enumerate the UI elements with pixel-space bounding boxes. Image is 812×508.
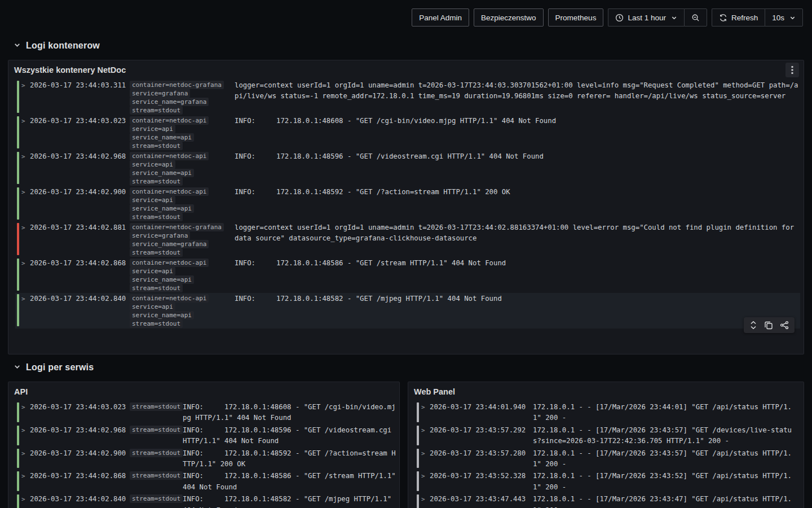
log-label-chip: service_name=api [130, 311, 194, 319]
nav-button-label: Panel Admin [419, 14, 462, 22]
chevron-down-icon [14, 362, 21, 373]
log-labels: stream=stdout [130, 471, 179, 480]
expand-chevron-icon[interactable]: > [421, 402, 427, 413]
log-label-chip: service_name=api [130, 169, 194, 177]
log-label-chip: service_name=api [130, 133, 194, 142]
share-icon[interactable] [780, 321, 789, 330]
log-message: INFO: 172.18.0.1:48596 - "GET /videostre… [183, 425, 397, 447]
log-row[interactable]: > 2026-03-17 23:44:03.023 container=netd… [15, 115, 800, 151]
nav-button-bezpieczenstwo[interactable]: Bezpieczenstwo [474, 8, 544, 27]
log-row[interactable]: > 2026-03-17 23:44:03.023 stream=stdout … [15, 401, 396, 424]
log-row[interactable]: > 2026-03-17 23:43:57.280 172.18.0.1 - -… [415, 448, 800, 471]
log-row[interactable]: > 2026-03-17 23:43:47.443 172.18.0.1 - -… [415, 493, 800, 508]
expand-chevron-icon[interactable]: > [21, 151, 28, 162]
log-label-chip: container=netdoc-api [130, 187, 209, 196]
log-row[interactable]: > 2026-03-17 23:44:02.900 container=netd… [15, 186, 800, 222]
log-timestamp: 2026-03-17 23:43:57.280 [430, 448, 526, 459]
panel-title[interactable]: Wszystkie kontenery NetDoc [14, 65, 126, 75]
log-row[interactable]: > 2026-03-17 23:44:02.968 container=netd… [15, 151, 800, 186]
log-row[interactable]: > 2026-03-17 23:44:02.900 stream=stdout … [15, 448, 396, 471]
section-title: Logi kontenerow [26, 41, 100, 51]
kebab-menu-icon[interactable] [785, 63, 799, 77]
section-logi-kontenerow[interactable]: Logi kontenerow [14, 41, 100, 51]
expand-chevron-icon[interactable]: > [421, 448, 427, 459]
log-row[interactable]: > 2026-03-17 23:44:02.868 container=netd… [15, 257, 800, 293]
log-label-chip: service=api [130, 196, 175, 204]
log-message: INFO: 172.18.0.1:48586 - "GET /stream HT… [235, 258, 800, 269]
log-row-actions [744, 317, 795, 333]
chevron-down-icon [671, 15, 677, 21]
expand-chevron-icon[interactable]: > [21, 80, 28, 91]
expand-chevron-icon[interactable]: > [21, 471, 28, 481]
log-message: 172.18.0.1 - - [17/Mar/2026 23:43:57] "G… [533, 425, 793, 447]
nav-button-panel-admin[interactable]: Panel Admin [412, 8, 469, 27]
unfold-row-icon[interactable] [749, 321, 757, 330]
log-row[interactable]: > 2026-03-17 23:43:57.292 172.18.0.1 - -… [415, 424, 800, 448]
nav-button-prometheus[interactable]: Prometheus [548, 8, 604, 27]
panel-header: API [8, 382, 399, 399]
log-label-chip: stream=stdout [130, 426, 183, 434]
expand-chevron-icon[interactable]: > [21, 494, 28, 505]
expand-chevron-icon[interactable]: > [21, 448, 28, 459]
expand-chevron-icon[interactable]: > [21, 187, 28, 198]
zoom-out-button[interactable] [684, 8, 707, 27]
log-labels: stream=stdout [130, 494, 179, 503]
log-level-bar [17, 494, 19, 508]
log-label-chip: container=netdoc-grafana [130, 81, 224, 89]
log-list: > 2026-03-17 23:44:03.023 stream=stdout … [8, 399, 399, 508]
log-label-chip: service=api [130, 160, 175, 169]
log-timestamp: 2026-03-17 23:44:02.881 [30, 222, 126, 233]
expand-chevron-icon[interactable]: > [421, 471, 427, 481]
log-timestamp: 2026-03-17 23:44:02.900 [30, 187, 126, 198]
log-level-bar [417, 449, 419, 468]
log-timestamp: 2026-03-17 23:44:02.900 [30, 448, 126, 459]
log-timestamp: 2026-03-17 23:44:03.023 [30, 402, 126, 413]
log-row[interactable]: > 2026-03-17 23:44:02.840 container=netd… [15, 293, 800, 329]
log-timestamp: 2026-03-17 23:43:47.443 [430, 494, 526, 505]
expand-chevron-icon[interactable]: > [21, 222, 28, 233]
section-logi-per-serwis[interactable]: Logi per serwis [14, 362, 94, 373]
log-level-bar [17, 471, 19, 491]
log-labels: container=netdoc-apiservice=apiservice_n… [130, 151, 231, 186]
log-level-bar [417, 471, 419, 491]
log-label-chip: service=api [130, 125, 175, 133]
log-timestamp: 2026-03-17 23:44:02.868 [30, 471, 126, 481]
panel-title[interactable]: API [14, 387, 28, 396]
log-level-bar [17, 187, 19, 220]
log-label-chip: container=netdoc-api [130, 116, 209, 125]
log-list: > 2026-03-17 23:44:01.940 172.18.0.1 - -… [408, 399, 804, 508]
log-label-chip: service_name=grafana [130, 240, 209, 248]
refresh-interval-picker[interactable]: 10s [765, 8, 803, 27]
log-message: 172.18.0.1 - - [17/Mar/2026 23:43:47] "G… [533, 494, 793, 508]
log-row[interactable]: > 2026-03-17 23:44:02.881 container=netd… [15, 222, 800, 257]
refresh-button[interactable]: Refresh [712, 8, 765, 27]
log-message: INFO: 172.18.0.1:48592 - "GET /?action=s… [183, 448, 397, 470]
log-message: 172.18.0.1 - - [17/Mar/2026 23:43:52] "G… [533, 471, 793, 493]
log-row[interactable]: > 2026-03-17 23:44:02.868 stream=stdout … [15, 470, 396, 493]
nav-button-label: Bezpieczenstwo [481, 14, 536, 22]
log-row[interactable]: > 2026-03-17 23:44:01.940 172.18.0.1 - -… [415, 401, 800, 424]
log-label-chip: container=netdoc-api [130, 152, 209, 160]
log-level-bar [17, 259, 19, 291]
log-row[interactable]: > 2026-03-17 23:43:52.328 172.18.0.1 - -… [415, 470, 800, 493]
log-row[interactable]: > 2026-03-17 23:44:02.968 stream=stdout … [15, 424, 396, 448]
expand-chevron-icon[interactable]: > [21, 116, 28, 126]
log-level-bar [17, 426, 19, 445]
expand-chevron-icon[interactable]: > [421, 494, 427, 505]
copy-icon[interactable] [764, 321, 773, 330]
time-range-picker[interactable]: Last 1 hour [608, 8, 684, 27]
log-level-bar [17, 152, 19, 184]
log-labels: container=netdoc-apiservice=apiservice_n… [130, 258, 231, 292]
panel-title[interactable]: Web Panel [414, 387, 455, 396]
log-labels: container=netdoc-grafanaservice=grafanas… [130, 80, 231, 115]
log-level-bar [417, 402, 419, 422]
expand-chevron-icon[interactable]: > [21, 425, 28, 436]
log-row[interactable]: > 2026-03-17 23:44:02.840 stream=stdout … [15, 493, 396, 508]
expand-chevron-icon[interactable]: > [21, 294, 28, 304]
expand-chevron-icon[interactable]: > [21, 258, 28, 269]
expand-chevron-icon[interactable]: > [21, 402, 28, 413]
log-row[interactable]: > 2026-03-17 23:44:03.311 container=netd… [15, 80, 800, 115]
log-message: INFO: 172.18.0.1:48608 - "GET /cgi-bin/v… [235, 116, 800, 126]
expand-chevron-icon[interactable]: > [421, 425, 427, 436]
log-labels: stream=stdout [130, 425, 179, 434]
